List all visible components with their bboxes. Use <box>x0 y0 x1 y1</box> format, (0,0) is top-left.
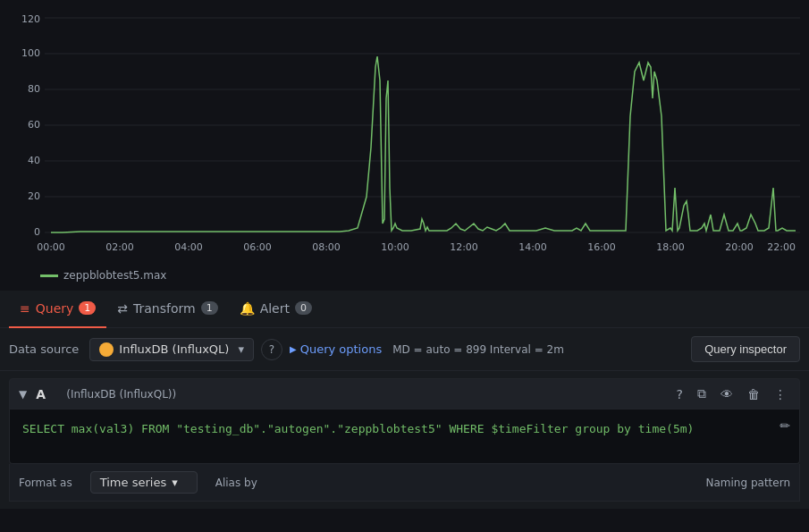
alert-icon: 🔔 <box>240 301 255 316</box>
format-row: Format as Time series ▾ Alias by Naming … <box>9 464 800 502</box>
chevron-down-icon: ▾ <box>172 476 178 489</box>
query-row-actions: ? ⧉ 👁 🗑 ⋮ <box>673 384 790 403</box>
eye-icon[interactable]: 👁 <box>717 385 737 403</box>
query-options-label: Query options <box>300 342 383 356</box>
data-source-label: Data source <box>9 342 79 356</box>
query-editor-area: ▼ A (InfluxDB (InfluxQL)) ? ⧉ 👁 🗑 ⋮ SELE… <box>0 371 809 509</box>
info-icon[interactable]: ? <box>673 385 687 403</box>
delete-icon[interactable]: 🗑 <box>744 385 763 403</box>
chart-area: 0 20 40 60 80 100 120 00:00 02:00 04:00 … <box>9 9 800 264</box>
tab-alert-label: Alert <box>260 301 290 316</box>
svg-text:120: 120 <box>21 13 40 25</box>
svg-text:06:00: 06:00 <box>243 241 272 253</box>
svg-text:100: 100 <box>21 47 40 59</box>
query-body: SELECT max(val3) FROM "testing_db"."auto… <box>9 410 800 464</box>
svg-text:10:00: 10:00 <box>381 241 409 253</box>
query-inspector-button[interactable]: Query inspector <box>691 336 800 362</box>
svg-rect-0 <box>9 9 800 264</box>
tab-transform-badge: 1 <box>201 301 218 315</box>
format-value: Time series <box>100 476 166 489</box>
chart-legend: zeppblobtest5.max <box>9 264 800 285</box>
query-ds-label: (InfluxDB (InfluxQL)) <box>66 388 176 401</box>
data-source-selector[interactable]: InfluxDB (InfluxQL) ▾ <box>89 338 254 361</box>
svg-text:20:00: 20:00 <box>725 241 754 253</box>
naming-label: Naming pattern <box>706 477 790 489</box>
tab-query-badge: 1 <box>79 301 96 315</box>
tab-query[interactable]: ≡ Query 1 <box>9 291 106 328</box>
svg-text:00:00: 00:00 <box>37 241 65 253</box>
query-letter: A <box>36 387 57 401</box>
options-row: Data source InfluxDB (InfluxQL) ▾ ? ▶ Qu… <box>0 328 809 371</box>
tabs-row: ≡ Query 1 ⇄ Transform 1 🔔 Alert 0 <box>0 291 809 328</box>
more-icon[interactable]: ⋮ <box>771 385 790 403</box>
svg-text:80: 80 <box>28 83 40 95</box>
data-source-name: InfluxDB (InfluxQL) <box>119 342 229 356</box>
query-options-button[interactable]: ▶ Query options <box>290 342 382 356</box>
svg-text:02:00: 02:00 <box>105 241 134 253</box>
chevron-right-icon: ▶ <box>290 344 297 354</box>
chart-container: 0 20 40 60 80 100 120 00:00 02:00 04:00 … <box>0 0 809 291</box>
format-label: Format as <box>19 477 72 489</box>
legend-color <box>40 274 58 277</box>
svg-text:0: 0 <box>34 226 40 238</box>
query-icon: ≡ <box>20 301 30 316</box>
influxdb-icon <box>99 342 114 357</box>
copy-icon[interactable]: ⧉ <box>694 384 710 403</box>
help-icon[interactable]: ? <box>261 339 282 360</box>
query-row-header: ▼ A (InfluxDB (InfluxQL)) ? ⧉ 👁 🗑 ⋮ <box>9 378 800 410</box>
chevron-down-icon: ▾ <box>238 342 244 356</box>
legend-label: zeppblobtest5.max <box>63 269 166 282</box>
svg-text:22:00: 22:00 <box>767 241 796 253</box>
transform-icon: ⇄ <box>117 301 128 316</box>
tab-query-label: Query <box>36 301 74 316</box>
edit-icon[interactable]: ✏ <box>780 418 790 433</box>
svg-text:14:00: 14:00 <box>518 241 547 253</box>
tab-transform-label: Transform <box>133 301 196 316</box>
svg-text:18:00: 18:00 <box>656 241 685 253</box>
tab-alert[interactable]: 🔔 Alert 0 <box>229 291 323 328</box>
alias-label: Alias by <box>215 477 257 489</box>
chart-svg: 0 20 40 60 80 100 120 00:00 02:00 04:00 … <box>9 9 800 264</box>
svg-text:60: 60 <box>28 119 40 131</box>
tab-transform[interactable]: ⇄ Transform 1 <box>106 291 228 328</box>
tab-alert-badge: 0 <box>295 301 312 315</box>
svg-text:08:00: 08:00 <box>312 241 341 253</box>
svg-text:04:00: 04:00 <box>174 241 203 253</box>
query-text[interactable]: SELECT max(val3) FROM "testing_db"."auto… <box>10 410 799 463</box>
svg-text:20: 20 <box>28 190 40 202</box>
query-meta: MD = auto = 899 Interval = 2m <box>392 343 564 356</box>
svg-text:40: 40 <box>28 155 40 166</box>
svg-text:16:00: 16:00 <box>587 241 616 253</box>
svg-text:12:00: 12:00 <box>450 241 478 253</box>
format-select[interactable]: Time series ▾ <box>90 471 198 494</box>
collapse-icon[interactable]: ▼ <box>19 388 27 401</box>
